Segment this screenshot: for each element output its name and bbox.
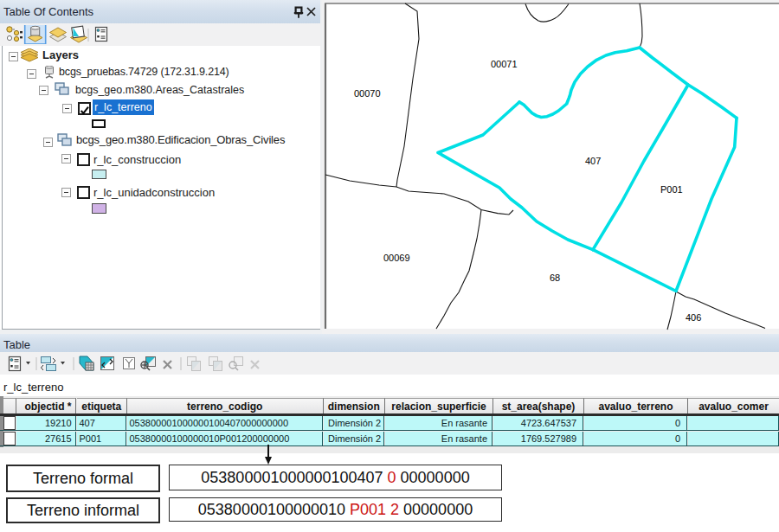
svg-text:P001: P001 [660,184,683,195]
svg-text:68: 68 [550,272,560,283]
svg-text:00070: 00070 [354,88,381,99]
svg-text:00071: 00071 [491,59,518,69]
svg-text:406: 406 [686,312,701,323]
svg-text:407: 407 [585,156,601,166]
svg-text:00069: 00069 [383,253,410,263]
